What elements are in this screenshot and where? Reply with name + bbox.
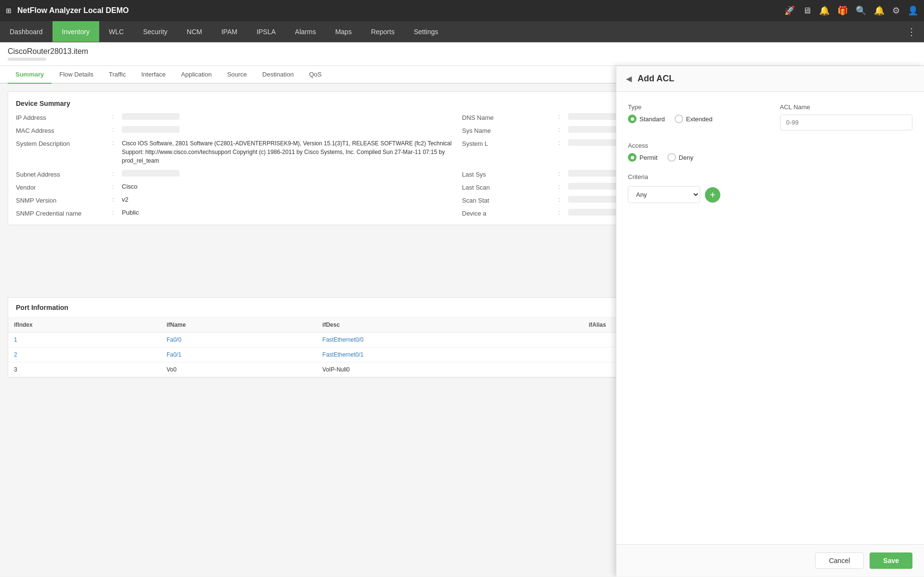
tab-destination[interactable]: Destination xyxy=(255,66,301,83)
access-label: Access xyxy=(628,142,912,149)
type-radio-group: Standard Extended xyxy=(628,115,761,123)
label-mac: MAC Address xyxy=(16,126,112,134)
cell-ifindex-3: 3 xyxy=(8,362,161,377)
col-ifindex: ifIndex xyxy=(8,318,161,333)
label-vendor: Vendor xyxy=(16,183,112,191)
value-snmpver: v2 xyxy=(122,196,462,204)
type-label: Type xyxy=(628,103,761,111)
criteria-row: Criteria Any Source Destination + xyxy=(628,173,912,203)
label-subnet: Subnet Address xyxy=(16,170,112,178)
radio-extended[interactable]: Extended xyxy=(675,115,713,123)
cancel-button[interactable]: Cancel xyxy=(815,552,864,569)
tab-flow-details[interactable]: Flow Details xyxy=(52,66,101,83)
link-ifname-2[interactable]: Fa0/1 xyxy=(167,351,182,358)
link-ifdesc-2[interactable]: FastEthernet0/1 xyxy=(323,351,364,358)
nav-more-button[interactable]: ⋮ xyxy=(899,21,924,42)
nav-alarms[interactable]: Alarms xyxy=(286,21,326,42)
label-ip: IP Address xyxy=(16,113,112,121)
label-sysloc: System L xyxy=(462,139,559,147)
label-lastscan: Last Scan xyxy=(462,183,559,191)
link-ifindex-1[interactable]: 1 xyxy=(14,336,17,343)
label-snmpver: SNMP Version xyxy=(16,196,112,204)
cell-ifdesc-2: FastEthernet0/1 xyxy=(317,347,583,362)
type-acl-row: Type Standard Extended ACL Name xyxy=(628,103,912,130)
nav-security[interactable]: Security xyxy=(133,21,177,42)
acl-name-input[interactable] xyxy=(780,115,913,130)
back-icon[interactable]: ◀ xyxy=(626,74,632,83)
nav-settings[interactable]: Settings xyxy=(404,21,448,42)
cell-ifindex-1: 1 xyxy=(8,333,161,347)
col-ifdesc: ifDesc xyxy=(317,318,583,333)
value-mac xyxy=(122,126,180,133)
access-radio-group: Permit Deny xyxy=(628,153,912,162)
nav-maps[interactable]: Maps xyxy=(325,21,361,42)
nav-dashboard[interactable]: Dashboard xyxy=(0,21,52,42)
criteria-dropdown[interactable]: Any Source Destination xyxy=(628,186,700,203)
nav-reports[interactable]: Reports xyxy=(361,21,404,42)
criteria-label: Criteria xyxy=(628,173,912,180)
access-row: Access Permit Deny xyxy=(628,142,912,162)
value-snmpcred: Public xyxy=(122,209,462,217)
monitor-icon[interactable]: 🖥 xyxy=(803,6,811,16)
radio-deny-circle[interactable] xyxy=(667,153,676,162)
link-ifindex-2[interactable]: 2 xyxy=(14,351,17,358)
panel-footer: Cancel Save xyxy=(616,544,924,577)
tab-source[interactable]: Source xyxy=(220,66,255,83)
alert-icon[interactable]: 🔔 xyxy=(874,5,885,16)
tab-traffic[interactable]: Traffic xyxy=(101,66,133,83)
radio-deny[interactable]: Deny xyxy=(667,153,693,162)
radio-standard-label: Standard xyxy=(639,115,665,123)
criteria-controls: Any Source Destination + xyxy=(628,186,912,203)
cell-ifname-1: Fa0/0 xyxy=(161,333,317,347)
app-title: NetFlow Analyzer Local DEMO xyxy=(17,6,779,15)
radio-extended-circle[interactable] xyxy=(675,115,683,123)
page-title: CiscoRouter28013.item xyxy=(8,47,916,56)
cell-ifdesc-1: FastEthernet0/0 xyxy=(317,333,583,347)
tab-qos[interactable]: QoS xyxy=(301,66,329,83)
search-icon[interactable]: 🔍 xyxy=(856,5,866,16)
nav-ipsla[interactable]: IPSLA xyxy=(247,21,286,42)
panel-body: Type Standard Extended ACL Name xyxy=(616,92,924,544)
tab-summary[interactable]: Summary xyxy=(8,66,52,84)
navbar: Dashboard Inventory WLC Security NCM IPA… xyxy=(0,21,924,42)
type-group: Type Standard Extended xyxy=(628,103,761,130)
tab-interface[interactable]: Interface xyxy=(133,66,173,83)
radio-deny-label: Deny xyxy=(679,154,693,161)
radio-permit[interactable]: Permit xyxy=(628,153,658,162)
col-ifname: ifName xyxy=(161,318,317,333)
save-button[interactable]: Save xyxy=(870,552,912,569)
nav-ipam[interactable]: IPAM xyxy=(212,21,247,42)
radio-standard[interactable]: Standard xyxy=(628,115,665,123)
label-lastsys: Last Sys xyxy=(462,170,559,178)
label-sysname: Sys Name xyxy=(462,126,559,134)
nav-ncm[interactable]: NCM xyxy=(177,21,212,42)
gift-icon[interactable]: 🎁 xyxy=(837,5,848,16)
panel-header: ◀ Add ACL xyxy=(616,66,924,92)
main-layout: Summary Flow Details Traffic Interface A… xyxy=(0,66,924,577)
value-vendor: Cisco xyxy=(122,183,462,191)
cell-ifname-3: Vo0 xyxy=(161,362,317,377)
radio-permit-circle[interactable] xyxy=(628,153,637,162)
label-scanstat: Scan Stat xyxy=(462,196,559,204)
breadcrumb-bar xyxy=(8,58,46,61)
link-ifdesc-1[interactable]: FastEthernet0/0 xyxy=(323,336,364,343)
user-icon[interactable]: 👤 xyxy=(908,5,918,16)
value-subnet xyxy=(122,170,180,177)
grid-icon[interactable]: ⊞ xyxy=(6,7,12,14)
tab-application[interactable]: Application xyxy=(173,66,220,83)
topbar: ⊞ NetFlow Analyzer Local DEMO 🚀 🖥 🔔 🎁 🔍 … xyxy=(0,0,924,21)
add-criteria-button[interactable]: + xyxy=(705,187,720,203)
nav-inventory[interactable]: Inventory xyxy=(52,21,100,42)
gear-icon[interactable]: ⚙ xyxy=(892,5,900,16)
radio-standard-circle[interactable] xyxy=(628,115,637,123)
label-devicea: Device a xyxy=(462,209,559,217)
rocket-icon[interactable]: 🚀 xyxy=(784,5,795,16)
link-ifname-1[interactable]: Fa0/0 xyxy=(167,336,182,343)
label-sysdesc: System Description xyxy=(16,139,112,147)
radio-permit-label: Permit xyxy=(639,154,658,161)
nav-wlc[interactable]: WLC xyxy=(99,21,133,42)
label-snmpcred: SNMP Credential name xyxy=(16,209,112,217)
notification-bell-icon[interactable]: 🔔 xyxy=(819,5,830,16)
cell-ifindex-2: 2 xyxy=(8,347,161,362)
radio-extended-label: Extended xyxy=(686,115,713,123)
